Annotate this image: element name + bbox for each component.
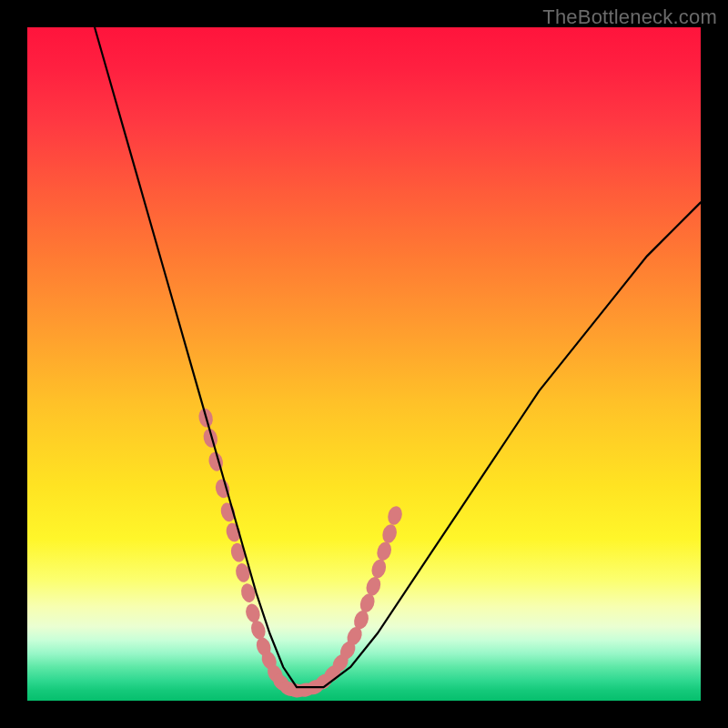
marker-point: [380, 522, 399, 544]
plot-area: [27, 27, 701, 701]
marker-layer: [197, 407, 404, 699]
marker-point: [244, 602, 262, 624]
marker-point: [364, 575, 383, 598]
marker-point: [248, 619, 268, 642]
chart-svg: [27, 27, 701, 701]
marker-point: [375, 540, 394, 561]
chart-frame: [27, 27, 701, 701]
bottleneck-curve: [95, 27, 701, 687]
marker-point: [369, 558, 389, 580]
watermark-text: TheBottleneck.com: [542, 5, 717, 29]
marker-point: [358, 592, 377, 614]
marker-point: [386, 504, 404, 526]
